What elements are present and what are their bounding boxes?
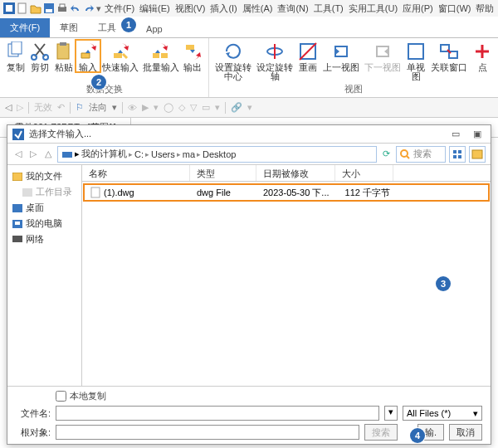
ts-play-icon: ▶ — [142, 102, 149, 113]
view-toolstrip: ◁ ▷ 无效 ↶ ⚐ 法向 ▾ 👁 ▶ ▾ ◯ ◇ ▽ ▭ ▾ 🔗 ▾ — [0, 98, 498, 118]
menu-query[interactable]: 查询(N) — [277, 2, 308, 15]
side-myfiles[interactable]: 我的文件 — [11, 168, 78, 184]
svg-rect-6 — [60, 4, 65, 7]
menu-view[interactable]: 视图(V) — [175, 2, 206, 15]
tab-app[interactable]: App — [136, 21, 173, 37]
print-icon[interactable] — [56, 2, 68, 14]
svg-rect-17 — [408, 44, 423, 59]
cut-button[interactable]: 剪切 — [27, 40, 51, 72]
ts-axis-label: 法向 — [89, 101, 107, 114]
link-window-button[interactable]: 关联窗口 — [428, 40, 470, 72]
single-view-button[interactable]: 单视图 — [403, 40, 428, 81]
import-button[interactable]: 输入 — [76, 40, 100, 72]
menu-file[interactable]: 文件(F) — [105, 2, 134, 15]
crumb-ma[interactable]: ma▸ — [183, 149, 201, 159]
prev-view-button[interactable]: 上一视图 — [320, 40, 362, 72]
open-icon[interactable] — [30, 2, 42, 14]
file-list[interactable]: (1).dwg dwg File 2023-05-30 下... 112 千字节… — [82, 182, 491, 386]
ts-next-icon: ▷ — [17, 102, 23, 113]
ts-link-icon: 🔗 — [231, 102, 242, 113]
crumb-mypc[interactable]: 我的计算机▸ — [81, 148, 133, 160]
group-label-view: 视图 — [212, 82, 495, 97]
qat-dropdown-icon[interactable]: ▾ — [96, 3, 101, 14]
search-button[interactable]: 搜索 — [364, 424, 398, 441]
side-workdir[interactable]: 工作目录 — [11, 184, 78, 200]
nav-up-icon[interactable]: △ — [42, 149, 54, 159]
callout-1: 1 — [121, 17, 136, 32]
menu-items: 文件(F) 编辑(E) 视图(V) 插入(I) 属性(A) 查询(N) 工具(T… — [105, 2, 494, 15]
svg-rect-27 — [472, 150, 482, 158]
crumb-c[interactable]: C:▸ — [134, 149, 149, 159]
filename-input[interactable] — [56, 406, 379, 421]
nav-refresh-icon[interactable]: ⟳ — [380, 149, 393, 159]
view-list-button[interactable] — [449, 146, 466, 163]
view-preview-button[interactable] — [469, 146, 486, 163]
menu-util[interactable]: 实用工具(U) — [349, 2, 398, 15]
nav-fwd-icon[interactable]: ▷ — [27, 149, 39, 159]
col-type[interactable]: 类型 — [190, 165, 256, 181]
crumb-users[interactable]: Users▸ — [151, 149, 181, 159]
quick-import-button[interactable]: 快速输入 — [100, 40, 141, 72]
side-network[interactable]: 网络 — [11, 231, 78, 247]
dialog-nav-bar: ◁ ▷ △ ▸ 我的计算机▸ C:▸ Users▸ ma▸ Desktop ⟳ … — [7, 144, 491, 165]
rotation-center-button[interactable]: 设置旋转中心 — [212, 40, 254, 81]
nav-search-box[interactable]: 搜索 — [396, 146, 446, 163]
side-desktop[interactable]: 桌面 — [11, 200, 78, 216]
svg-rect-12 — [60, 42, 66, 46]
local-copy-label: 本地复制 — [70, 390, 106, 402]
svg-rect-8 — [12, 41, 22, 54]
svg-rect-25 — [453, 155, 456, 158]
local-copy-checkbox[interactable] — [56, 391, 66, 402]
crumb-desktop[interactable]: Desktop — [203, 149, 236, 159]
rotation-axis-button[interactable]: 设定旋转轴 — [254, 40, 295, 81]
tab-tools[interactable]: 工具 — [88, 18, 126, 37]
col-name[interactable]: 名称 — [82, 165, 190, 181]
breadcrumb[interactable]: ▸ 我的计算机▸ C:▸ Users▸ ma▸ Desktop — [57, 146, 377, 163]
dialog-close-icon[interactable]: ▣ — [469, 129, 486, 139]
callout-3: 3 — [436, 276, 451, 291]
paste-button[interactable]: 粘贴 — [51, 40, 76, 72]
batch-import-button[interactable]: 批量输入 — [140, 40, 181, 72]
ribbon-tab-bar: 文件(F) 草图 工具 1 App — [0, 17, 498, 38]
menu-insert[interactable]: 插入(I) — [210, 2, 237, 15]
menu-app[interactable]: 应用(P) — [403, 2, 433, 15]
dialog-body: 我的文件 工作目录 桌面 我的电脑 网络 名称 类型 日期被修改 大小 (1).… — [7, 165, 491, 387]
menu-tools[interactable]: 工具(T) — [314, 2, 344, 15]
undo-icon[interactable] — [70, 2, 81, 14]
ts-tri-icon: ▽ — [190, 102, 197, 113]
nav-back-icon[interactable]: ◁ — [12, 149, 24, 159]
menu-attr[interactable]: 属性(A) — [242, 2, 273, 15]
redraw-button[interactable]: 重画 — [295, 40, 320, 72]
side-mypc[interactable]: 我的电脑 — [11, 216, 78, 231]
tab-file[interactable]: 文件(F) — [0, 18, 50, 37]
root-input[interactable] — [56, 425, 359, 440]
file-filter-select[interactable]: All Files (*)▾ — [403, 406, 482, 421]
menu-help[interactable]: 帮助 — [476, 2, 494, 15]
svg-rect-2 — [18, 3, 26, 13]
export-button[interactable]: 输出 — [181, 40, 205, 72]
new-icon[interactable] — [17, 2, 28, 14]
file-row[interactable]: (1).dwg dwg File 2023-05-30 下... 112 千字节 — [84, 184, 489, 201]
redo-icon[interactable] — [83, 2, 95, 14]
save-icon[interactable] — [43, 2, 55, 14]
menu-edit[interactable]: 编辑(E) — [139, 2, 170, 15]
col-size[interactable]: 大小 — [335, 165, 393, 181]
tab-sketch[interactable]: 草图 — [50, 18, 88, 37]
filename-dropdown-icon[interactable]: ▾ — [384, 406, 398, 421]
dialog-footer: 本地复制 文件名: ▾ All Files (*)▾ 根对象: 搜索 输. 取消… — [7, 387, 491, 444]
svg-rect-32 — [15, 222, 20, 225]
ts-undo-icon: ↶ — [57, 102, 65, 113]
ribbon-group-view: 设置旋转中心 设定旋转轴 重画 上一视图 下一视图 单视图 关联窗口 点 视图 — [209, 38, 498, 97]
cancel-button[interactable]: 取消 — [449, 424, 482, 441]
copy-button[interactable]: 复制 — [3, 40, 27, 72]
point-button[interactable]: 点 — [470, 40, 495, 72]
col-date[interactable]: 日期被修改 — [256, 165, 335, 181]
ts-flag-icon[interactable]: ⚐ — [76, 102, 84, 113]
svg-point-9 — [32, 55, 37, 60]
search-icon — [400, 149, 410, 159]
ts-prev-icon[interactable]: ◁ — [5, 102, 12, 113]
dialog-restore-icon[interactable]: ▭ — [447, 129, 464, 139]
ts-axis-dropdown[interactable]: ▾ — [112, 102, 117, 113]
menu-window[interactable]: 窗口(W) — [438, 2, 471, 15]
app-icon — [3, 2, 15, 14]
